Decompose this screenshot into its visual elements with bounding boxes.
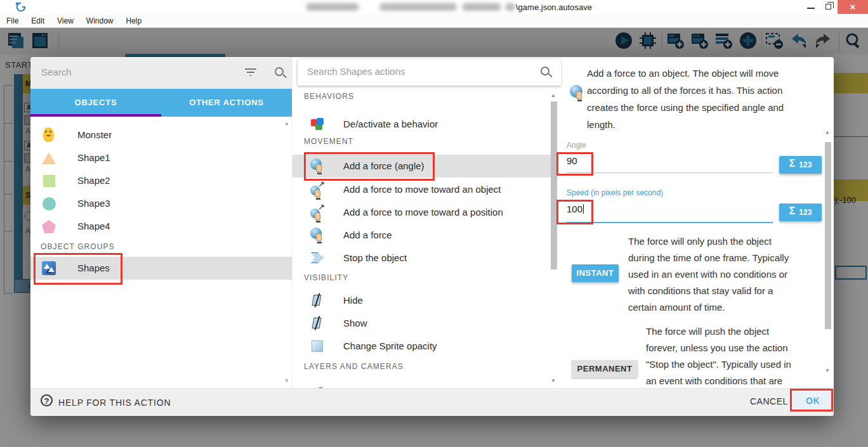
action-partial-row[interactable] [293, 378, 558, 388]
title-bar: \game.json.autosave × [0, 0, 868, 14]
help-link[interactable]: HELP FOR THIS ACTION [58, 398, 171, 408]
force-icon [570, 85, 586, 101]
list-item-shape2[interactable]: Shape2 [30, 169, 292, 192]
speed-label: Speed (in pixels per second) [567, 188, 663, 197]
speed-value: 100 [567, 204, 582, 214]
instant-description: The force will only push the object duri… [628, 233, 792, 316]
angle-expression-button[interactable]: Σ123 [779, 156, 822, 174]
search-icon[interactable] [275, 67, 284, 76]
tab-other-actions[interactable]: OTHER ACTIONS [161, 89, 292, 117]
objects-panel: OBJECTS OTHER ACTIONS Monster Shape1 Sha… [30, 57, 292, 388]
menu-file[interactable]: File [0, 14, 25, 25]
action-stop-object[interactable]: Stop the object [293, 247, 558, 269]
scrollbar-thumb[interactable] [825, 142, 831, 329]
force-toward-object-icon: ↗ [310, 182, 326, 197]
object-search-bar [30, 58, 292, 89]
restore-button[interactable] [820, 0, 838, 14]
menu-bar: File Edit View Window Help [0, 14, 868, 28]
scroll-up-arrow[interactable]: ▲ [284, 120, 289, 126]
group-label: Shapes [77, 262, 110, 273]
expression-123: 123 [799, 160, 812, 169]
action-editor-dialog: OBJECTS OTHER ACTIONS Monster Shape1 Sha… [30, 57, 834, 416]
action-label: De/activate a behavior [343, 119, 438, 129]
list-item-monster[interactable]: Monster [30, 124, 292, 146]
gdevelop-logo-icon [15, 2, 27, 12]
angle-value: 90 [567, 155, 577, 166]
actions-search-input[interactable] [307, 66, 523, 77]
scroll-down-arrow[interactable]: ▼ [551, 378, 556, 384]
stop-icon [310, 250, 326, 266]
menu-view[interactable]: View [51, 14, 80, 25]
object-search-input[interactable] [41, 67, 232, 77]
action-add-force[interactable]: Add a force [293, 224, 558, 247]
object-label: Shape3 [77, 198, 110, 209]
object-label: Shape2 [77, 175, 110, 186]
action-label: Add a force to move toward an object [343, 184, 501, 195]
sigma-icon: Σ [789, 205, 796, 216]
menu-edit[interactable]: Edit [25, 14, 51, 25]
action-force-toward-position[interactable]: ↗ Add a force to move toward a position [293, 201, 558, 224]
angle-field[interactable]: 90 [567, 155, 577, 166]
list-item-shape3[interactable]: Shape3 [30, 192, 292, 215]
pentagon-icon [42, 219, 57, 234]
scrollbar-thumb[interactable] [551, 101, 557, 269]
action-description: Add a force to an object. The object wil… [587, 65, 791, 133]
actions-scrollbar[interactable]: ▲ ▼ [550, 94, 558, 383]
angle-label: Angle [567, 141, 586, 150]
menu-window[interactable]: Window [80, 14, 120, 25]
action-label: Hide [343, 295, 363, 306]
circle-icon [42, 196, 57, 211]
permanent-button[interactable]: PERMANENT [572, 360, 638, 378]
object-groups-header: OBJECT GROUPS [41, 242, 115, 251]
ok-button[interactable]: OK [794, 391, 831, 410]
title-redacted-segment [505, 3, 515, 11]
title-redacted-segment [306, 3, 359, 11]
speed-underline [567, 222, 773, 223]
text-caret [583, 204, 584, 214]
filter-icon[interactable] [245, 68, 256, 77]
scroll-down-arrow[interactable]: ▼ [284, 378, 289, 384]
close-button[interactable]: × [838, 0, 868, 14]
section-movement: MOVEMENT [304, 137, 353, 146]
list-item-shape1[interactable]: Shape1 [30, 146, 292, 169]
action-show[interactable]: Show [293, 312, 558, 335]
minimize-button[interactable] [802, 0, 820, 14]
scroll-down-arrow[interactable]: ▼ [825, 368, 830, 373]
title-redacted-segment [379, 3, 457, 11]
restore-icon [825, 4, 831, 10]
list-item-shape4[interactable]: Shape4 [30, 215, 292, 238]
action-label: Add a force to move toward a position [343, 207, 503, 217]
action-add-force-angle[interactable]: Add a force (angle) [293, 155, 558, 178]
action-change-opacity[interactable]: Change Sprite opacity [293, 335, 558, 358]
object-label: Monster [77, 129, 112, 140]
cancel-button[interactable]: CANCEL [750, 396, 788, 406]
opacity-icon [310, 339, 326, 354]
speed-field[interactable]: 100 [567, 204, 584, 214]
action-label: Show [343, 318, 367, 328]
triangle-icon [42, 150, 57, 165]
action-hide[interactable]: Hide [293, 289, 558, 312]
force-icon [310, 228, 326, 243]
action-deactivate-behavior[interactable]: De/activate a behavior [293, 113, 558, 136]
action-force-toward-object[interactable]: ↗ Add a force to move toward an object [293, 178, 558, 201]
object-label: Shape4 [77, 221, 110, 231]
actions-panel: BEHAVIORS De/activate a behavior MOVEMEN… [292, 57, 562, 388]
window-title: \game.json.autosave [516, 3, 592, 12]
section-layers-cameras: LAYERS AND CAMERAS [304, 362, 404, 371]
instant-button[interactable]: INSTANT [572, 264, 619, 282]
minimize-icon [807, 8, 815, 9]
list-item-shapes-group[interactable]: Shapes [30, 257, 292, 280]
parameters-scrollbar[interactable]: ▲ ▼ [824, 132, 832, 379]
angle-underline [567, 172, 773, 173]
sigma-icon: Σ [789, 158, 796, 169]
speed-expression-button[interactable]: Σ123 [779, 204, 822, 221]
search-icon[interactable] [541, 67, 549, 75]
tab-objects[interactable]: OBJECTS [30, 89, 161, 117]
scroll-up-arrow[interactable]: ▲ [825, 129, 830, 135]
force-icon [310, 159, 326, 174]
menu-help[interactable]: Help [120, 14, 148, 25]
scroll-up-arrow[interactable]: ▲ [551, 93, 556, 98]
title-redacted-segment [462, 3, 501, 11]
action-label: Stop the object [343, 252, 407, 263]
object-label: Shape1 [77, 152, 110, 163]
